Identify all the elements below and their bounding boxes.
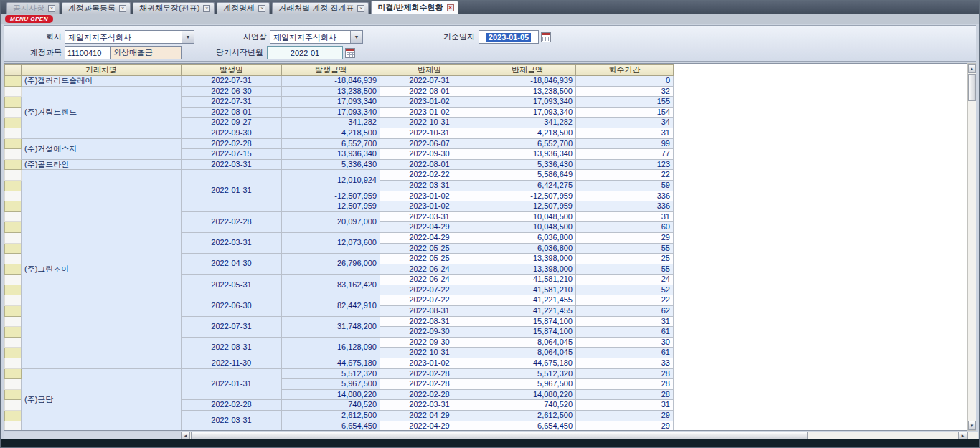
chevron-down-icon[interactable]: ▼	[350, 31, 362, 43]
cell-occur-date[interactable]: 2022-07-31	[182, 97, 282, 108]
row-indicator[interactable]	[5, 327, 22, 338]
cell-collect-days[interactable]: 22	[576, 295, 674, 306]
cell-occur-amount[interactable]: 12,010,924	[282, 170, 380, 191]
row-indicator[interactable]	[5, 400, 22, 411]
cell-settle-amount[interactable]: 6,036,800	[479, 232, 576, 243]
cell-occur-amount[interactable]: -18,846,939	[282, 76, 380, 87]
cell-settle-date[interactable]: 2023-01-02	[380, 107, 479, 118]
cell-occur-amount[interactable]: 17,093,340	[282, 97, 380, 108]
cell-occur-amount[interactable]: 31,748,200	[282, 316, 380, 337]
row-indicator[interactable]	[5, 306, 22, 317]
cell-settle-date[interactable]: 2022-05-25	[380, 243, 479, 254]
cell-occur-amount[interactable]: -17,093,340	[282, 107, 380, 118]
cell-collect-days[interactable]: 29	[576, 421, 674, 431]
cell-occur-date[interactable]: 2022-08-01	[182, 107, 282, 118]
row-indicator[interactable]	[5, 138, 22, 149]
cell-collect-days[interactable]: 30	[576, 337, 674, 348]
cell-collect-days[interactable]: 55	[576, 264, 674, 275]
cell-occur-amount[interactable]: 83,162,420	[282, 275, 380, 295]
cell-customer[interactable]: (주)골드라인	[22, 159, 182, 170]
period-start-input[interactable]: 2022-01	[267, 46, 343, 59]
cell-occur-date[interactable]: 2022-07-31	[182, 76, 282, 87]
cell-occur-amount[interactable]: 5,967,500	[282, 379, 380, 390]
cell-settle-amount[interactable]: 740,520	[479, 400, 576, 411]
grid-row[interactable]: (주)그린조이2022-01-3112,010,9242022-02-225,5…	[5, 170, 674, 181]
cell-settle-date[interactable]: 2022-06-07	[380, 138, 479, 149]
scroll-left-icon[interactable]: ◄	[181, 432, 190, 439]
row-indicator[interactable]	[5, 421, 22, 431]
grid-row[interactable]: (주)거림트렌드2022-06-3013,238,5002022-08-0113…	[5, 86, 674, 97]
cell-collect-days[interactable]: 31	[576, 316, 674, 327]
row-indicator[interactable]	[5, 211, 22, 222]
cell-settle-amount[interactable]: 5,336,430	[479, 159, 576, 170]
col-header-collect-days[interactable]: 회수기간	[576, 65, 674, 76]
cell-settle-amount[interactable]: 44,675,180	[479, 358, 576, 369]
cell-occur-date[interactable]: 2022-06-30	[182, 86, 282, 97]
cell-customer[interactable]: (주)그린조이	[22, 170, 182, 368]
row-indicator[interactable]	[5, 368, 22, 379]
menu-open-button[interactable]: MENU OPEN	[5, 15, 53, 23]
cell-settle-date[interactable]: 2022-04-29	[380, 222, 479, 233]
cell-settle-date[interactable]: 2022-08-31	[380, 306, 479, 317]
cell-settle-amount[interactable]: 41,221,455	[479, 306, 576, 317]
row-indicator[interactable]	[5, 254, 22, 264]
row-indicator[interactable]	[5, 191, 22, 201]
row-indicator[interactable]	[5, 379, 22, 390]
cell-settle-amount[interactable]: 17,093,340	[479, 97, 576, 108]
cell-settle-amount[interactable]: 14,080,220	[479, 389, 576, 400]
grid-row[interactable]: (주)골드라인2022-03-315,336,4302022-08-015,33…	[5, 159, 674, 170]
cell-collect-days[interactable]: 61	[576, 348, 674, 358]
col-header-settle-amount[interactable]: 반제금액	[479, 65, 576, 76]
cell-occur-date[interactable]: 2022-07-15	[182, 149, 282, 160]
cell-settle-date[interactable]: 2022-10-31	[380, 118, 479, 128]
cell-collect-days[interactable]: 61	[576, 327, 674, 338]
row-indicator[interactable]	[5, 201, 22, 212]
cell-customer[interactable]: (주)거성에스지	[22, 138, 182, 159]
tab-notice[interactable]: 공지사항 ×	[6, 2, 60, 14]
col-header-customer[interactable]: 거래처명	[22, 65, 182, 76]
cell-occur-date[interactable]: 2022-01-31	[182, 170, 282, 211]
cell-collect-days[interactable]: 31	[576, 128, 674, 138]
cell-collect-days[interactable]: 28	[576, 368, 674, 379]
scroll-right-icon[interactable]: ►	[958, 432, 968, 439]
row-indicator[interactable]	[5, 86, 22, 97]
cell-occur-date[interactable]: 2022-06-30	[182, 295, 282, 316]
cell-occur-amount[interactable]: 6,552,700	[282, 138, 380, 149]
cell-occur-date[interactable]: 2022-05-31	[182, 275, 282, 295]
cell-occur-date[interactable]: 2022-07-31	[182, 316, 282, 337]
row-indicator[interactable]	[5, 107, 22, 118]
tab-close-icon[interactable]: ×	[357, 5, 364, 12]
cell-occur-date[interactable]: 2022-03-31	[182, 411, 282, 432]
base-date-input[interactable]: 2023-01-05	[479, 30, 539, 44]
cell-settle-amount[interactable]: 13,936,340	[479, 149, 576, 160]
cell-collect-days[interactable]: 99	[576, 138, 674, 149]
cell-occur-date[interactable]: 2022-02-28	[182, 400, 282, 411]
row-indicator[interactable]	[5, 128, 22, 138]
cell-customer[interactable]: (주)금담	[22, 368, 182, 431]
row-indicator[interactable]	[5, 97, 22, 108]
cell-collect-days[interactable]: 0	[576, 76, 674, 87]
row-indicator[interactable]	[5, 285, 22, 295]
cell-settle-amount[interactable]: -12,507,959	[479, 191, 576, 201]
cell-settle-date[interactable]: 2022-05-25	[380, 254, 479, 264]
cell-collect-days[interactable]: 123	[576, 159, 674, 170]
cell-occur-date[interactable]: 2022-11-30	[182, 358, 282, 369]
tab-close-icon[interactable]: ×	[203, 5, 210, 12]
row-indicator[interactable]	[5, 316, 22, 327]
cell-occur-date[interactable]: 2022-02-28	[182, 211, 282, 232]
row-indicator[interactable]	[5, 170, 22, 181]
cell-occur-amount[interactable]: 82,442,910	[282, 295, 380, 316]
tab-outstanding-settlement[interactable]: 미결/반제회수현황 ×	[371, 1, 458, 14]
cell-settle-amount[interactable]: 15,874,100	[479, 316, 576, 327]
col-header-occur-date[interactable]: 발생일	[182, 65, 282, 76]
cell-collect-days[interactable]: 336	[576, 201, 674, 212]
cell-settle-date[interactable]: 2022-09-30	[380, 149, 479, 160]
cell-settle-date[interactable]: 2022-04-29	[380, 421, 479, 431]
cell-collect-days[interactable]: 336	[576, 191, 674, 201]
cell-collect-days[interactable]: 25	[576, 254, 674, 264]
cell-collect-days[interactable]: 29	[576, 232, 674, 243]
cell-settle-date[interactable]: 2022-08-01	[380, 86, 479, 97]
cell-occur-date[interactable]: 2022-09-30	[182, 128, 282, 138]
calendar-icon[interactable]	[345, 48, 355, 58]
cell-settle-amount[interactable]: 41,221,455	[479, 295, 576, 306]
